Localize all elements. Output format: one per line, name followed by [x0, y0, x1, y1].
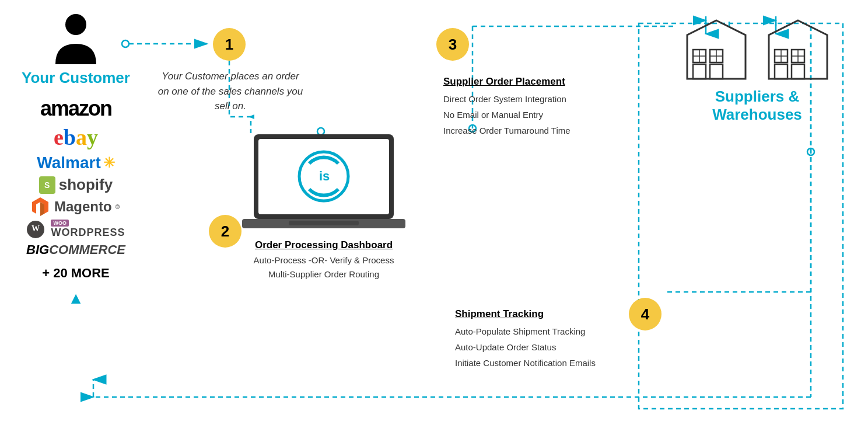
customer-section: Your Customer amazon e b a y Walmart ✳ S… — [12, 12, 140, 308]
svg-text:W: W — [32, 224, 40, 232]
svg-rect-37 — [792, 64, 804, 79]
svg-text:is: is — [319, 169, 330, 183]
warehouse-icon-1 — [681, 18, 751, 82]
amazon-logo: amazon — [40, 96, 111, 121]
dashboard-description: Auto-Process -OR- Verify & Process Multi… — [233, 253, 414, 281]
supplier-order-description: Direct Order System Integration No Email… — [443, 91, 607, 138]
laptop-icon: is — [242, 128, 405, 234]
svg-rect-21 — [289, 221, 359, 225]
step2-circle: 2 — [209, 215, 242, 248]
supplier-order-title: Supplier Order Placement — [443, 76, 607, 88]
walmart-logo: Walmart ✳ — [37, 154, 114, 172]
bigcommerce-logo: BIG COMMERCE — [26, 242, 125, 257]
svg-marker-5 — [249, 114, 254, 119]
svg-point-8 — [807, 148, 814, 155]
svg-point-13 — [65, 14, 86, 35]
step3-circle: 3 — [436, 28, 469, 61]
customer-title: Your Customer — [22, 69, 130, 87]
diagram-container: Your Customer amazon e b a y Walmart ✳ S… — [0, 0, 868, 435]
ebay-logo: e b a y — [54, 124, 98, 150]
step4-circle: 4 — [629, 298, 662, 330]
more-platforms: + 20 MORE — [42, 261, 110, 281]
up-arrow-icon: ▲ — [68, 289, 84, 308]
step1-circle: 1 — [213, 28, 246, 61]
dashboard-area: is Order Processing Dashboard Auto-Proce… — [233, 128, 414, 281]
wordpress-logo: W WOO WordPress — [26, 220, 125, 239]
svg-rect-28 — [710, 64, 723, 79]
svg-marker-15 — [40, 202, 44, 216]
svg-rect-36 — [775, 64, 788, 79]
suppliers-warehouses-title: Suppliers & Warehouses — [676, 88, 839, 124]
warehouse-icons — [676, 18, 839, 82]
shipment-tracking-title: Shipment Tracking — [455, 308, 630, 320]
supplier-order-section: Supplier Order Placement Direct Order Sy… — [443, 76, 607, 138]
step1-description: Your Customer places an order on one of … — [158, 69, 303, 114]
shipment-tracking-description: Auto-Populate Shipment Tracking Auto-Upd… — [455, 323, 630, 371]
svg-rect-27 — [693, 64, 706, 79]
warehouses-section: Suppliers & Warehouses — [676, 18, 839, 124]
warehouse-icon-2 — [763, 18, 833, 82]
customer-avatar — [52, 12, 99, 64]
shipment-tracking-section: Shipment Tracking Auto-Populate Shipment… — [455, 308, 630, 371]
platform-list: amazon e b a y Walmart ✳ S shopify — [18, 96, 134, 308]
shopify-logo: S shopify — [39, 176, 113, 194]
dashboard-title: Order Processing Dashboard — [233, 239, 414, 251]
magento-logo: Magento ® — [32, 197, 120, 216]
